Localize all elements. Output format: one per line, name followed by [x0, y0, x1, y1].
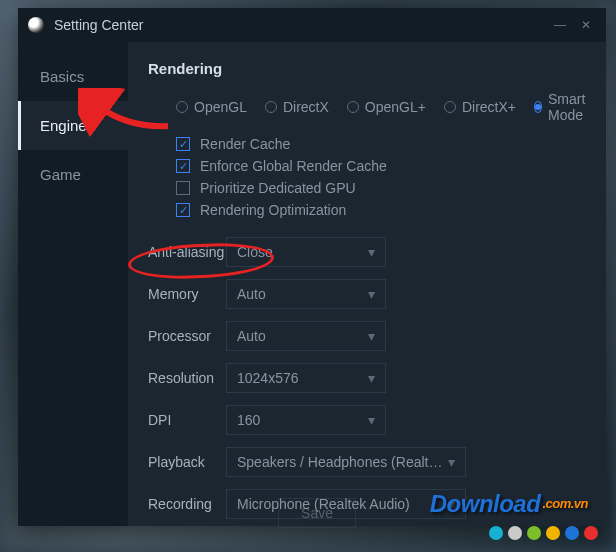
select-dpi[interactable]: 160▾: [226, 405, 386, 435]
checkbox-icon: ✓: [176, 159, 190, 173]
row-resolution: Resolution 1024x576▾: [148, 363, 586, 393]
label-recording: Recording: [148, 496, 226, 512]
radio-smart-mode[interactable]: Smart Mode: [534, 91, 589, 123]
radio-opengl[interactable]: OpenGL: [176, 91, 247, 123]
window-title: Setting Center: [54, 17, 144, 33]
sidebar-item-basics[interactable]: Basics: [18, 52, 128, 101]
radio-opengl-plus[interactable]: OpenGL+: [347, 91, 426, 123]
check-render-cache[interactable]: ✓Render Cache: [176, 133, 586, 155]
select-anti-aliasing[interactable]: Close▾: [226, 237, 386, 267]
color-dot: [508, 526, 522, 540]
sidebar-item-game[interactable]: Game: [18, 150, 128, 199]
label-anti-aliasing: Anti-aliasing: [148, 244, 226, 260]
render-mode-row: OpenGL DirectX OpenGL+ DirectX+ Smart Mo…: [148, 91, 586, 123]
watermark-dots: [489, 526, 598, 540]
radio-directx-plus[interactable]: DirectX+: [444, 91, 516, 123]
label-dpi: DPI: [148, 412, 226, 428]
minimize-icon[interactable]: —: [550, 15, 570, 35]
color-dot: [489, 526, 503, 540]
color-dot: [527, 526, 541, 540]
row-dpi: DPI 160▾: [148, 405, 586, 435]
color-dot: [584, 526, 598, 540]
row-processor: Processor Auto▾: [148, 321, 586, 351]
label-playback: Playback: [148, 454, 226, 470]
chevron-down-icon: ▾: [368, 370, 375, 386]
app-icon: [28, 17, 44, 33]
checkbox-icon: [176, 181, 190, 195]
settings-modal: Setting Center — ✕ Basics Engine Game Re…: [18, 8, 606, 526]
color-dot: [565, 526, 579, 540]
titlebar: Setting Center — ✕: [18, 8, 606, 42]
check-prioritize-gpu[interactable]: Prioritize Dedicated GPU: [176, 177, 586, 199]
render-checks: ✓Render Cache ✓Enforce Global Render Cac…: [148, 133, 586, 221]
label-processor: Processor: [148, 328, 226, 344]
color-dot: [546, 526, 560, 540]
checkbox-icon: ✓: [176, 137, 190, 151]
select-playback[interactable]: Speakers / Headphones (Realtek Audio)▾: [226, 447, 466, 477]
row-memory: Memory Auto▾: [148, 279, 586, 309]
checkbox-icon: ✓: [176, 203, 190, 217]
label-resolution: Resolution: [148, 370, 226, 386]
radio-directx[interactable]: DirectX: [265, 91, 329, 123]
close-icon[interactable]: ✕: [576, 15, 596, 35]
row-anti-aliasing: Anti-aliasing Close▾: [148, 237, 586, 267]
chevron-down-icon: ▾: [368, 286, 375, 302]
chevron-down-icon: ▾: [368, 328, 375, 344]
check-render-opt[interactable]: ✓Rendering Optimization: [176, 199, 586, 221]
section-title-rendering: Rendering: [148, 60, 586, 77]
sidebar-item-engine[interactable]: Engine: [18, 101, 128, 150]
row-playback: Playback Speakers / Headphones (Realtek …: [148, 447, 586, 477]
save-button[interactable]: Save: [278, 498, 356, 528]
content-panel: Rendering OpenGL DirectX OpenGL+ DirectX…: [128, 42, 606, 526]
label-memory: Memory: [148, 286, 226, 302]
select-processor[interactable]: Auto▾: [226, 321, 386, 351]
select-memory[interactable]: Auto▾: [226, 279, 386, 309]
sidebar: Basics Engine Game: [18, 42, 128, 526]
select-resolution[interactable]: 1024x576▾: [226, 363, 386, 393]
chevron-down-icon: ▾: [448, 454, 455, 470]
chevron-down-icon: ▾: [368, 412, 375, 428]
check-enforce-global[interactable]: ✓Enforce Global Render Cache: [176, 155, 586, 177]
watermark: Download.com.vn: [430, 490, 588, 518]
chevron-down-icon: ▾: [368, 244, 375, 260]
